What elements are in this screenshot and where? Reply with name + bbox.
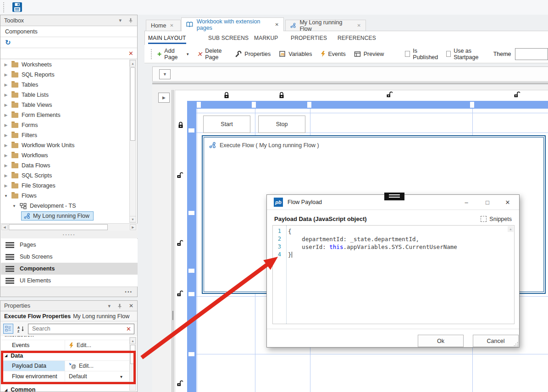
tree-item-table-views[interactable]: ▶ Table Views xyxy=(1,100,130,110)
column-resize-handle[interactable] xyxy=(307,102,311,108)
properties-button[interactable]: Properties xyxy=(235,50,271,57)
expand-sidebar-button[interactable]: ▶ xyxy=(158,93,170,103)
close-tab-icon[interactable]: ✕ xyxy=(170,23,173,28)
panel-dropdown-icon[interactable]: ▾ xyxy=(119,18,122,23)
tab-main-layout[interactable]: MAIN LAYOUT xyxy=(148,35,186,44)
code-editor[interactable]: 1 2 3 4 { departmentId: _state.departmen… xyxy=(272,225,515,324)
scrollbar-thumb[interactable] xyxy=(130,67,135,141)
tree-scrollbar[interactable]: ▲ ▼ xyxy=(129,60,136,223)
tree-item-sql-scripts[interactable]: ▶ SQL Scripts xyxy=(1,171,130,181)
window-drag-grip[interactable] xyxy=(384,193,404,200)
add-page-button[interactable]: Add Page ▾ xyxy=(157,48,189,61)
toolbox-filter-row[interactable]: ✕ xyxy=(0,48,137,59)
cancel-button[interactable]: Cancel xyxy=(473,335,519,347)
scroll-up-icon[interactable]: ▲ xyxy=(130,337,136,344)
row-resize-handle[interactable] xyxy=(188,211,194,215)
preview-button[interactable]: Preview xyxy=(354,51,384,57)
use-as-startpage-checkbox[interactable]: Use as Startpage xyxy=(446,48,486,61)
category-expanded-icon[interactable]: ◢ xyxy=(5,388,7,392)
column-resize-handle[interactable] xyxy=(470,102,474,108)
checkbox-icon[interactable] xyxy=(481,216,487,222)
scrollbar-thumb[interactable] xyxy=(130,345,135,364)
checkbox-icon[interactable] xyxy=(405,51,410,57)
selected-tree-item[interactable]: My Long running Flow xyxy=(21,211,94,221)
property-row-flow-environment[interactable]: Flow environment Default ▾ xyxy=(1,371,131,382)
refresh-icon[interactable]: ↻ xyxy=(5,39,11,47)
close-button[interactable]: ✕ xyxy=(500,195,515,210)
property-search-box[interactable]: ✕ xyxy=(28,324,134,334)
dropdown-value[interactable]: Default xyxy=(69,373,87,380)
is-published-checkbox[interactable]: Is Published xyxy=(405,48,439,61)
column-header-strip[interactable] xyxy=(187,101,548,109)
column-lock-closed-icon[interactable] xyxy=(223,92,230,99)
scroll-up-icon[interactable]: ▲ xyxy=(508,226,514,232)
chevron-right-icon[interactable]: ▶ xyxy=(4,72,8,77)
resize-grip-icon[interactable] xyxy=(514,342,518,346)
chevron-down-icon[interactable]: ▾ xyxy=(120,374,122,379)
categorized-view-button[interactable] xyxy=(3,324,13,334)
chevron-down-icon[interactable]: ▼ xyxy=(4,194,8,198)
close-tab-icon[interactable]: ✕ xyxy=(275,22,279,27)
sidebar-item-pages[interactable]: Pages xyxy=(1,239,138,251)
search-input[interactable] xyxy=(31,325,126,332)
sidebar-item-ui-elements[interactable]: UI Elements xyxy=(1,275,138,287)
toolbar-grip[interactable] xyxy=(3,2,4,12)
category-row-common[interactable]: ◢ Common xyxy=(1,385,131,392)
snippets-checkbox[interactable]: Snippets xyxy=(481,216,512,222)
ok-button[interactable]: Ok xyxy=(418,335,464,347)
row-lock-open-icon[interactable] xyxy=(177,239,185,248)
tree-item-worksheets[interactable]: ▶ Worksheets xyxy=(1,60,130,70)
column-lock-closed-icon[interactable] xyxy=(278,92,285,99)
property-row-events[interactable]: Events Edit... xyxy=(1,340,131,351)
tree-item-forms[interactable]: ▶ Forms xyxy=(1,120,130,130)
more-options-icon[interactable]: • • • xyxy=(125,290,132,294)
category-row-data[interactable]: ◢ Data xyxy=(1,351,131,361)
column-lock-open-icon[interactable] xyxy=(514,91,522,99)
clear-search-icon[interactable]: ✕ xyxy=(126,326,131,332)
row-resize-handle[interactable] xyxy=(188,128,194,133)
alphabetical-sort-button[interactable]: A Z xyxy=(16,324,26,334)
tree-item-tables[interactable]: ▶ Tables xyxy=(1,80,130,90)
chevron-right-icon[interactable]: ▶ xyxy=(4,173,8,178)
expand-panel-button[interactable]: ▼ xyxy=(159,69,171,79)
row-lock-open-icon[interactable] xyxy=(177,171,185,180)
row-resize-handle[interactable] xyxy=(188,352,194,356)
tree-item-my-long-running-flow[interactable]: My Long running Flow xyxy=(1,211,130,221)
chevron-right-icon[interactable]: ▶ xyxy=(4,113,8,117)
chevron-right-icon[interactable]: ▶ xyxy=(4,123,8,127)
chevron-right-icon[interactable]: ▶ xyxy=(4,62,8,67)
chevron-right-icon[interactable]: ▶ xyxy=(4,103,8,107)
row-lock-closed-icon[interactable] xyxy=(177,121,184,129)
property-grid-scrollbar[interactable]: ▲ xyxy=(129,337,136,391)
chevron-down-icon[interactable]: ▼ xyxy=(12,204,17,208)
tab-references[interactable]: REFERENCES xyxy=(338,35,376,41)
tab-my-long-running-flow[interactable]: My Long running Flow ✕ xyxy=(285,20,366,31)
chevron-right-icon[interactable]: ▶ xyxy=(4,93,8,97)
tree-item-table-lists[interactable]: ▶ Table Lists xyxy=(1,90,130,100)
chevron-right-icon[interactable]: ▶ xyxy=(4,163,8,168)
scroll-left-icon[interactable]: ◀ xyxy=(1,224,8,230)
tab-sub-screens[interactable]: SUB SCREENS xyxy=(208,35,249,41)
tree-hscrollbar[interactable]: ◀ ▶ xyxy=(1,223,138,231)
tree-item-workflows[interactable]: ▶ Workflows xyxy=(1,150,130,160)
tab-home[interactable]: Home ✕ xyxy=(146,20,181,31)
panel-splitter-handle[interactable]: ····· xyxy=(1,231,138,238)
canvas-splitter[interactable] xyxy=(172,90,174,392)
minimize-button[interactable]: – xyxy=(459,195,474,210)
column-resize-handle[interactable] xyxy=(197,102,201,108)
chevron-right-icon[interactable]: ▶ xyxy=(4,183,8,188)
scroll-right-icon[interactable]: ▶ xyxy=(130,224,136,230)
tab-markup[interactable]: MARKUP xyxy=(254,35,278,41)
variables-button[interactable]: JS Variables xyxy=(279,50,312,57)
splitter-bar[interactable] xyxy=(152,83,548,84)
checkbox-icon[interactable] xyxy=(446,51,451,57)
edit-link[interactable]: Edit... xyxy=(79,363,94,369)
row-resize-handle[interactable] xyxy=(188,269,194,273)
tree-item-sql-reports[interactable]: ▶ SQL Reports xyxy=(1,70,130,80)
tree-item-data-flows[interactable]: ▶ Data Flows xyxy=(1,160,130,171)
tab-workbook[interactable]: Workbook with extension pages ✕ xyxy=(181,17,284,31)
events-button[interactable]: Events xyxy=(321,51,346,57)
code-content[interactable]: { departmentId: _state.departmentId, use… xyxy=(288,227,507,259)
start-button[interactable]: Start xyxy=(203,116,250,133)
row-resize-handle[interactable] xyxy=(188,292,194,296)
